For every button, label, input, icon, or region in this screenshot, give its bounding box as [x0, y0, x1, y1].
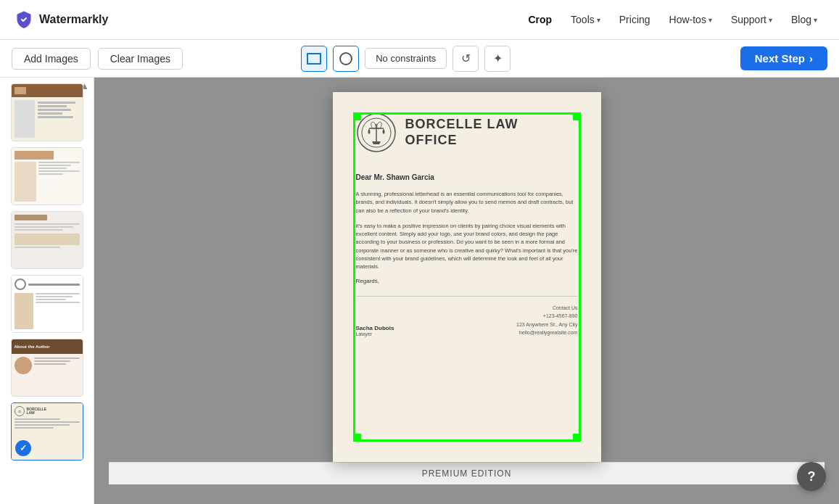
doc-paragraph-1: A stunning, professional letterhead is a…: [356, 190, 578, 215]
nav-tools[interactable]: Tools ▾: [563, 9, 608, 30]
doc-logo-area: BORCELLE LAW OFFICE: [356, 112, 578, 153]
rectangle-shape-button[interactable]: [301, 46, 327, 72]
crop-shape-controls: No constraints ↺ ✦: [301, 46, 511, 72]
rotate-button[interactable]: ↺: [452, 46, 479, 72]
help-button[interactable]: ?: [797, 462, 826, 491]
magic-button[interactable]: ✦: [484, 46, 511, 72]
thumbnail-5[interactable]: About the Author: [11, 339, 83, 397]
circle-shape-button[interactable]: [333, 46, 359, 72]
next-step-button[interactable]: Next Step ›: [740, 46, 827, 70]
doc-paragraph-2: It's easy to make a positive impression …: [356, 222, 578, 271]
premium-edition-bar: PREMIUM EDITION: [109, 462, 824, 484]
doc-greeting: Dear Mr. Shawn Garcia: [356, 173, 578, 181]
rotate-icon: ↺: [461, 51, 471, 65]
canvas-area[interactable]: BORCELLE LAW OFFICE Dear Mr. Shawn Garci…: [94, 78, 839, 504]
thumbnail-4[interactable]: [11, 275, 83, 333]
nav-links: Crop Tools ▾ Pricing How-tos ▾ Support ▾…: [521, 9, 824, 30]
nav-support[interactable]: Support ▾: [724, 9, 780, 30]
chevron-down-icon: ▾: [708, 16, 712, 24]
doc-regards: Regards,: [356, 278, 578, 284]
brand-logo[interactable]: Watermarkly: [15, 10, 108, 29]
document-content: BORCELLE LAW OFFICE Dear Mr. Shawn Garci…: [333, 92, 601, 462]
add-images-button[interactable]: Add Images: [12, 48, 91, 70]
document-preview: BORCELLE LAW OFFICE Dear Mr. Shawn Garci…: [333, 92, 601, 462]
brand-shield-icon: [15, 10, 33, 29]
rectangle-icon: [307, 53, 321, 65]
nav-pricing[interactable]: Pricing: [612, 9, 658, 30]
company-name: BORCELLE LAW OFFICE: [405, 117, 518, 148]
toolbar: Add Images Clear Images No constraints ↺…: [0, 40, 839, 78]
thumbnail-2[interactable]: [11, 147, 83, 205]
chevron-down-icon: ▾: [769, 16, 772, 24]
nav-howtos[interactable]: How-tos ▾: [662, 9, 719, 30]
clear-images-button[interactable]: Clear Images: [98, 48, 183, 70]
image-sidebar: ▲: [0, 78, 94, 504]
chevron-down-icon: ▾: [597, 16, 600, 24]
thumbnail-3[interactable]: [11, 211, 83, 269]
arrow-right-icon: ›: [809, 52, 813, 65]
constraints-button[interactable]: No constraints: [365, 48, 447, 69]
nav-blog[interactable]: Blog ▾: [784, 9, 824, 30]
doc-footer: Sacha Dubois Lawyer Contact Us +123-4567…: [356, 296, 578, 336]
main-layout: ▲: [0, 78, 839, 504]
selected-check-badge: ✓: [15, 440, 31, 456]
circle-icon: [339, 52, 352, 65]
brand-name: Watermarkly: [39, 13, 108, 26]
nav-crop[interactable]: Crop: [521, 9, 559, 30]
thumbnail-6[interactable]: ⚖ BORCELLELAW ✓: [11, 402, 83, 460]
magic-icon: ✦: [493, 51, 503, 65]
doc-contact-info: Contact Us +123-4567-890 123 Anywhere St…: [516, 304, 577, 336]
doc-signer: Sacha Dubois Lawyer: [356, 325, 394, 336]
thumbnail-1[interactable]: [11, 83, 83, 141]
navbar: Watermarkly Crop Tools ▾ Pricing How-tos…: [0, 0, 839, 40]
law-seal-icon: [356, 112, 397, 153]
chevron-down-icon: ▾: [814, 16, 817, 24]
